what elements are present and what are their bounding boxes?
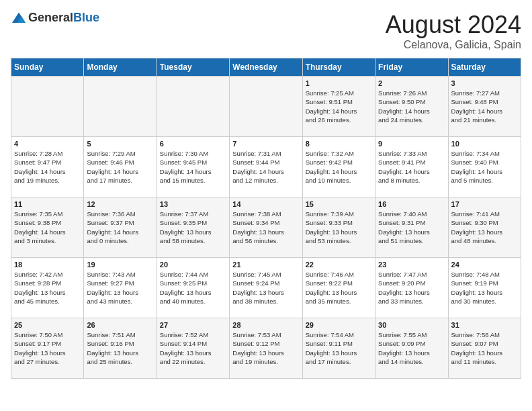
day-number: 23 xyxy=(378,261,445,269)
calendar-table: SundayMondayTuesdayWednesdayThursdayFrid… xyxy=(11,58,521,379)
location-subtitle: Celanova, Galicia, Spain xyxy=(386,39,521,51)
day-number: 6 xyxy=(160,140,226,148)
calendar-day-cell: 15Sunrise: 7:39 AM Sunset: 9:33 PM Dayli… xyxy=(302,197,375,258)
day-info: Sunrise: 7:32 AM Sunset: 9:42 PM Dayligh… xyxy=(306,149,372,185)
day-number: 19 xyxy=(87,261,153,269)
calendar-day-cell: 6Sunrise: 7:30 AM Sunset: 9:45 PM Daylig… xyxy=(157,137,229,197)
calendar-day-cell xyxy=(84,77,157,137)
calendar-day-cell: 13Sunrise: 7:37 AM Sunset: 9:35 PM Dayli… xyxy=(157,197,229,258)
calendar-day-cell: 23Sunrise: 7:47 AM Sunset: 9:20 PM Dayli… xyxy=(375,258,448,318)
day-number: 3 xyxy=(451,79,518,87)
logo-icon xyxy=(11,11,27,25)
day-info: Sunrise: 7:50 AM Sunset: 9:17 PM Dayligh… xyxy=(14,330,81,366)
day-info: Sunrise: 7:36 AM Sunset: 9:37 PM Dayligh… xyxy=(87,210,153,245)
calendar-day-cell: 14Sunrise: 7:38 AM Sunset: 9:34 PM Dayli… xyxy=(230,197,302,258)
day-info: Sunrise: 7:26 AM Sunset: 9:50 PM Dayligh… xyxy=(378,89,445,124)
day-info: Sunrise: 7:48 AM Sunset: 9:19 PM Dayligh… xyxy=(451,270,518,306)
day-info: Sunrise: 7:55 AM Sunset: 9:09 PM Dayligh… xyxy=(378,330,445,366)
day-info: Sunrise: 7:38 AM Sunset: 9:34 PM Dayligh… xyxy=(232,210,299,245)
day-number: 29 xyxy=(306,321,372,329)
day-number: 28 xyxy=(232,321,299,329)
weekday-header-sunday: Sunday xyxy=(11,58,84,77)
day-info: Sunrise: 7:54 AM Sunset: 9:11 PM Dayligh… xyxy=(306,330,372,366)
day-info: Sunrise: 7:39 AM Sunset: 9:33 PM Dayligh… xyxy=(306,210,372,245)
logo: GeneralBlue xyxy=(11,11,99,25)
calendar-day-cell: 17Sunrise: 7:41 AM Sunset: 9:30 PM Dayli… xyxy=(448,197,521,258)
day-number: 31 xyxy=(451,321,518,329)
calendar-day-cell: 9Sunrise: 7:33 AM Sunset: 9:41 PM Daylig… xyxy=(375,137,448,197)
calendar-day-cell: 21Sunrise: 7:45 AM Sunset: 9:24 PM Dayli… xyxy=(230,258,302,318)
weekday-header-wednesday: Wednesday xyxy=(230,58,302,77)
day-info: Sunrise: 7:41 AM Sunset: 9:30 PM Dayligh… xyxy=(451,210,518,245)
day-number: 2 xyxy=(378,79,445,87)
day-number: 12 xyxy=(87,200,153,208)
weekday-header-row: SundayMondayTuesdayWednesdayThursdayFrid… xyxy=(11,58,521,77)
calendar-week-row: 18Sunrise: 7:42 AM Sunset: 9:28 PM Dayli… xyxy=(11,258,521,318)
day-number: 7 xyxy=(232,140,299,148)
day-number: 24 xyxy=(451,261,518,269)
day-number: 30 xyxy=(378,321,445,329)
day-info: Sunrise: 7:28 AM Sunset: 9:47 PM Dayligh… xyxy=(14,149,81,185)
calendar-day-cell: 29Sunrise: 7:54 AM Sunset: 9:11 PM Dayli… xyxy=(302,318,375,379)
day-info: Sunrise: 7:46 AM Sunset: 9:22 PM Dayligh… xyxy=(306,270,372,306)
day-info: Sunrise: 7:53 AM Sunset: 9:12 PM Dayligh… xyxy=(232,330,299,366)
weekday-header-thursday: Thursday xyxy=(302,58,375,77)
day-number: 5 xyxy=(87,140,153,148)
weekday-header-monday: Monday xyxy=(84,58,157,77)
day-number: 26 xyxy=(87,321,153,329)
day-info: Sunrise: 7:45 AM Sunset: 9:24 PM Dayligh… xyxy=(232,270,299,306)
day-info: Sunrise: 7:31 AM Sunset: 9:44 PM Dayligh… xyxy=(232,149,299,185)
day-info: Sunrise: 7:27 AM Sunset: 9:48 PM Dayligh… xyxy=(451,89,518,124)
day-info: Sunrise: 7:37 AM Sunset: 9:35 PM Dayligh… xyxy=(160,210,226,245)
calendar-day-cell: 2Sunrise: 7:26 AM Sunset: 9:50 PM Daylig… xyxy=(375,77,448,137)
calendar-day-cell: 20Sunrise: 7:44 AM Sunset: 9:25 PM Dayli… xyxy=(157,258,229,318)
calendar-day-cell: 16Sunrise: 7:40 AM Sunset: 9:31 PM Dayli… xyxy=(375,197,448,258)
month-year-title: August 2024 xyxy=(386,11,521,39)
calendar-day-cell: 7Sunrise: 7:31 AM Sunset: 9:44 PM Daylig… xyxy=(230,137,302,197)
day-info: Sunrise: 7:33 AM Sunset: 9:41 PM Dayligh… xyxy=(378,149,445,185)
day-info: Sunrise: 7:42 AM Sunset: 9:28 PM Dayligh… xyxy=(14,270,81,306)
day-info: Sunrise: 7:35 AM Sunset: 9:38 PM Dayligh… xyxy=(14,210,81,245)
day-number: 14 xyxy=(232,200,299,208)
day-number: 18 xyxy=(14,261,81,269)
day-info: Sunrise: 7:40 AM Sunset: 9:31 PM Dayligh… xyxy=(378,210,445,245)
day-number: 17 xyxy=(451,200,518,208)
day-number: 15 xyxy=(306,200,372,208)
day-number: 27 xyxy=(160,321,226,329)
day-info: Sunrise: 7:47 AM Sunset: 9:20 PM Dayligh… xyxy=(378,270,445,306)
calendar-day-cell xyxy=(157,77,229,137)
day-info: Sunrise: 7:34 AM Sunset: 9:40 PM Dayligh… xyxy=(451,149,518,185)
title-area: August 2024 Celanova, Galicia, Spain xyxy=(386,11,521,51)
calendar-day-cell: 25Sunrise: 7:50 AM Sunset: 9:17 PM Dayli… xyxy=(11,318,84,379)
calendar-day-cell xyxy=(11,77,84,137)
day-number: 9 xyxy=(378,140,445,148)
weekday-header-friday: Friday xyxy=(375,58,448,77)
calendar-day-cell: 30Sunrise: 7:55 AM Sunset: 9:09 PM Dayli… xyxy=(375,318,448,379)
day-number: 1 xyxy=(306,79,372,87)
calendar-day-cell xyxy=(230,77,302,137)
calendar-day-cell: 26Sunrise: 7:51 AM Sunset: 9:16 PM Dayli… xyxy=(84,318,157,379)
day-number: 11 xyxy=(14,200,81,208)
calendar-week-row: 4Sunrise: 7:28 AM Sunset: 9:47 PM Daylig… xyxy=(11,137,521,197)
day-number: 22 xyxy=(306,261,372,269)
day-number: 8 xyxy=(306,140,372,148)
calendar-day-cell: 24Sunrise: 7:48 AM Sunset: 9:19 PM Dayli… xyxy=(448,258,521,318)
day-info: Sunrise: 7:43 AM Sunset: 9:27 PM Dayligh… xyxy=(87,270,153,306)
calendar-day-cell: 1Sunrise: 7:25 AM Sunset: 9:51 PM Daylig… xyxy=(302,77,375,137)
calendar-day-cell: 22Sunrise: 7:46 AM Sunset: 9:22 PM Dayli… xyxy=(302,258,375,318)
day-number: 4 xyxy=(14,140,81,148)
day-info: Sunrise: 7:51 AM Sunset: 9:16 PM Dayligh… xyxy=(87,330,153,366)
weekday-header-tuesday: Tuesday xyxy=(157,58,229,77)
day-number: 20 xyxy=(160,261,226,269)
day-info: Sunrise: 7:30 AM Sunset: 9:45 PM Dayligh… xyxy=(160,149,226,185)
day-number: 10 xyxy=(451,140,518,148)
calendar-day-cell: 18Sunrise: 7:42 AM Sunset: 9:28 PM Dayli… xyxy=(11,258,84,318)
day-info: Sunrise: 7:52 AM Sunset: 9:14 PM Dayligh… xyxy=(160,330,226,366)
day-number: 13 xyxy=(160,200,226,208)
day-number: 25 xyxy=(14,321,81,329)
calendar-header: GeneralBlue August 2024 Celanova, Galici… xyxy=(11,11,521,51)
calendar-week-row: 1Sunrise: 7:25 AM Sunset: 9:51 PM Daylig… xyxy=(11,77,521,137)
day-info: Sunrise: 7:56 AM Sunset: 9:07 PM Dayligh… xyxy=(451,330,518,366)
calendar-day-cell: 28Sunrise: 7:53 AM Sunset: 9:12 PM Dayli… xyxy=(230,318,302,379)
calendar-week-row: 25Sunrise: 7:50 AM Sunset: 9:17 PM Dayli… xyxy=(11,318,521,379)
